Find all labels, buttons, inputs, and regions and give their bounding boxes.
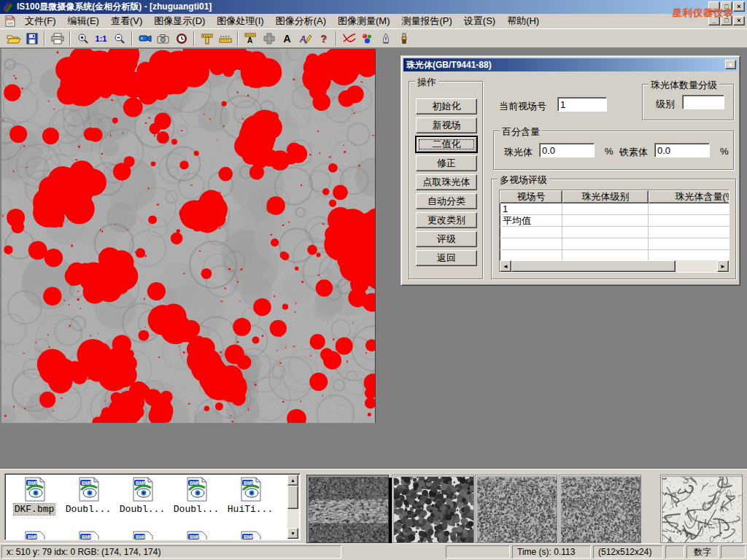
file-item[interactable]: BMP Doubl...: [170, 477, 222, 515]
thumbnail-4[interactable]: [559, 475, 641, 543]
pick-pearlite-button[interactable]: 点取珠光体: [416, 174, 477, 190]
thumbnail-3[interactable]: [475, 475, 557, 543]
document-icon[interactable]: DOC: [4, 15, 16, 27]
table-header-row: 视场号 珠光体级别 珠光体含量(%) 铁素体含量(%): [500, 190, 729, 203]
pen-tool-button[interactable]: [376, 30, 395, 47]
actual-size-button[interactable]: 1:1: [92, 30, 110, 47]
curve-tool-button[interactable]: [340, 30, 358, 47]
caliper-button[interactable]: [198, 30, 216, 47]
dialog-title: 珠光体(GB/T9441-88): [406, 59, 492, 71]
scroll-thumb[interactable]: [287, 486, 298, 509]
print-button[interactable]: [48, 30, 66, 47]
menu-image-processing[interactable]: 图像处理(I): [211, 13, 269, 29]
scroll-thumb[interactable]: [511, 260, 676, 272]
file-item[interactable]: BMP: [116, 531, 169, 540]
measure-label-button[interactable]: A: [241, 30, 260, 47]
file-item[interactable]: BMP HuiTi...: [224, 477, 276, 515]
grid-merge-button[interactable]: [260, 30, 278, 47]
thumbnail-2[interactable]: [392, 475, 474, 543]
file-item[interactable]: BMP DKF.bmp: [8, 477, 61, 515]
status-bar: x: 510 y: 79 idx: 0 RGB: (174, 174, 174)…: [0, 543, 747, 560]
file-name[interactable]: Doubl...: [173, 504, 220, 515]
thumbnail-5[interactable]: [660, 475, 743, 543]
save-button[interactable]: [23, 30, 41, 47]
binarize-button[interactable]: 二值化: [416, 136, 477, 152]
correct-button[interactable]: 修正: [416, 155, 477, 171]
bmp-file-icon: BMP: [22, 531, 47, 540]
micrograph-image[interactable]: [1, 49, 376, 423]
svg-text:BMP: BMP: [244, 534, 255, 540]
file-browser-scrollbar[interactable]: ▲ ▼: [287, 475, 299, 539]
menu-image-display[interactable]: 图像显示(D): [148, 13, 211, 29]
toolbar-separator: [336, 31, 337, 46]
file-item[interactable]: BMP Doubl...: [62, 477, 115, 515]
current-field-input[interactable]: [557, 97, 607, 112]
bmp-file-icon: BMP: [184, 531, 209, 540]
mdi-close-button[interactable]: ×: [733, 16, 745, 26]
col-pearlite-grade[interactable]: 珠光体级别: [562, 190, 649, 203]
multi-field-table[interactable]: 视场号 珠光体级别 珠光体含量(%) 铁素体含量(%) 1 0.0 平均值 0.…: [499, 190, 729, 273]
scroll-up-arrow[interactable]: ▲: [287, 475, 298, 486]
ferrite-percent-input[interactable]: [654, 143, 710, 158]
svg-text:BMP: BMP: [244, 481, 255, 486]
file-name[interactable]: DKF.bmp: [14, 504, 55, 515]
file-name[interactable]: HuiTi...: [227, 504, 274, 515]
menu-measure-report[interactable]: 测量报告(P): [395, 13, 457, 29]
grade-button[interactable]: 评级: [416, 231, 477, 247]
scroll-down-arrow[interactable]: ▼: [287, 528, 298, 539]
edit-annotation-button[interactable]: A: [296, 30, 314, 47]
image-size-panel: (512x512x24): [593, 545, 663, 559]
menu-image-measure[interactable]: 图像测量(M): [332, 13, 396, 29]
col-field-no[interactable]: 视场号: [500, 190, 562, 203]
file-item[interactable]: BMP: [8, 531, 61, 540]
bmp-file-icon: BMP: [238, 477, 263, 502]
snapshot-button[interactable]: [154, 30, 172, 47]
scroll-left-arrow[interactable]: ◄: [500, 260, 511, 272]
file-name[interactable]: Doubl...: [65, 504, 112, 515]
zoom-in-button[interactable]: [74, 30, 92, 47]
open-file-button[interactable]: [4, 30, 23, 47]
menu-image-analysis[interactable]: 图像分析(A): [270, 13, 332, 29]
menu-edit[interactable]: 编辑(E): [62, 13, 105, 29]
zoom-out-button[interactable]: [110, 30, 128, 47]
table-row[interactable]: 平均值 0.0: [500, 215, 729, 227]
file-browser[interactable]: BMP DKF.bmp BMP Doubl... BMP Doubl... BM…: [4, 473, 301, 540]
dialog-close-button[interactable]: ×: [725, 60, 736, 69]
menu-file[interactable]: 文件(F): [19, 13, 62, 29]
ruler-button[interactable]: [216, 30, 234, 47]
col-pearlite-percent[interactable]: 珠光体含量(%): [649, 190, 729, 203]
table-row[interactable]: 1 0.0: [500, 203, 729, 215]
video-capture-button[interactable]: [136, 30, 154, 47]
dialog-title-bar[interactable]: 珠光体(GB/T9441-88) ×: [403, 58, 738, 71]
classify-particles-button[interactable]: [358, 30, 376, 47]
grid-merge-icon: [263, 33, 275, 44]
grade-input[interactable]: [682, 95, 724, 109]
menu-view[interactable]: 查看(V): [105, 13, 148, 29]
pearlite-percent-input[interactable]: [539, 143, 595, 158]
file-item[interactable]: BMP Doubl...: [116, 477, 169, 515]
initialize-button[interactable]: 初始化: [416, 98, 477, 114]
file-item[interactable]: BMP: [62, 531, 115, 540]
focus-rect: [419, 139, 474, 149]
letter-a-icon: A: [283, 33, 290, 44]
table-horizontal-scrollbar[interactable]: ◄ ►: [500, 260, 729, 272]
file-item[interactable]: BMP: [224, 531, 276, 540]
return-button[interactable]: 返回: [416, 250, 477, 266]
thumbnail-1[interactable]: [306, 475, 389, 543]
new-field-button[interactable]: 新视场: [416, 117, 477, 133]
change-class-button[interactable]: 更改类别: [416, 212, 477, 228]
title-bar[interactable]: IS100显微摄像系统(金相分析版) - [zhuguangti01] _ □ …: [0, 0, 747, 14]
bottom-panel: BMP DKF.bmp BMP Doubl... BMP Doubl... BM…: [0, 469, 747, 543]
file-name[interactable]: Doubl...: [119, 504, 166, 515]
file-item[interactable]: BMP: [170, 531, 222, 540]
close-button[interactable]: ×: [733, 1, 745, 12]
timer-button[interactable]: [172, 30, 190, 47]
menu-help[interactable]: 帮助(H): [501, 13, 545, 29]
window-title: IS100显微摄像系统(金相分析版) - [zhuguangti01]: [17, 1, 212, 13]
text-annotation-button[interactable]: A: [278, 30, 296, 47]
scroll-right-arrow[interactable]: ►: [717, 260, 729, 272]
auto-classify-button[interactable]: 自动分类: [416, 193, 477, 209]
brush-tool-button[interactable]: [395, 30, 413, 47]
help-button[interactable]: ?: [314, 30, 333, 47]
menu-settings[interactable]: 设置(S): [458, 13, 501, 29]
